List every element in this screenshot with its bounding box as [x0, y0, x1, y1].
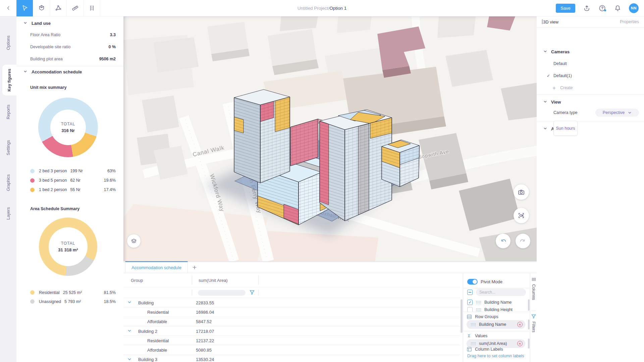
camera-item-default-1[interactable]: ✓ Default(1): [553, 72, 639, 79]
table-row[interactable]: Affordable 5847.52: [123, 317, 460, 326]
chevron-left-icon: [6, 5, 11, 11]
sidebar-item-settings[interactable]: Settings: [0, 136, 16, 160]
view-name-field[interactable]: 3D view: [542, 19, 558, 24]
row-groups-section-header: Row Groups: [467, 313, 527, 320]
scrollbar-thumb[interactable]: [528, 299, 530, 311]
project-title[interactable]: Untitled Project/Option 1: [298, 6, 346, 11]
cursor-icon: [21, 4, 29, 12]
add-tab-button[interactable]: +: [188, 262, 201, 273]
chevron-down-icon[interactable]: [127, 357, 131, 362]
tool-panel-tabs: Columns Filters: [530, 273, 537, 362]
left-nav-rail: Options Key figures Reports Settings Gra…: [0, 16, 16, 362]
table-row[interactable]: Residential 12137.22: [123, 336, 460, 345]
screenshot-button[interactable]: [514, 184, 529, 200]
sidebar-item-layers[interactable]: Layers: [0, 203, 16, 224]
chevron-down-icon[interactable]: [127, 300, 131, 305]
record-frame-icon: [517, 212, 525, 220]
text-cursor: [542, 19, 542, 24]
avatar[interactable]: NN: [629, 3, 639, 13]
drag-grip-icon[interactable]: [476, 308, 481, 311]
help-notification-dot: [604, 9, 606, 11]
undo-icon: [499, 237, 507, 245]
checkbox-unchecked[interactable]: [467, 307, 473, 312]
polyline-icon: [55, 4, 62, 12]
capture-view-button[interactable]: [514, 208, 529, 223]
tab-accommodation-schedule[interactable]: Accommodation schedule: [125, 261, 188, 273]
chevron-down-icon: [543, 100, 547, 105]
row-group-pill-building-name[interactable]: Building Name ✕: [467, 320, 525, 329]
select-tool-button[interactable]: [16, 0, 33, 16]
cube-icon: [38, 4, 45, 12]
divider: [537, 94, 644, 95]
back-button[interactable]: [0, 0, 16, 16]
option-name: Option 1: [329, 6, 346, 11]
legend-item: 3 bed 5 person 62 Nr 19.6%: [30, 176, 116, 185]
drag-grip-icon[interactable]: [476, 301, 481, 304]
sun-hours-button[interactable]: Sun hours: [553, 121, 578, 136]
columns-icon: [532, 277, 536, 282]
scrollbar-thumb[interactable]: [528, 339, 530, 349]
table-row[interactable]: Building 3 13530.24: [123, 355, 460, 362]
pivot-mode-toggle[interactable]: [467, 279, 478, 285]
land-use-section-header[interactable]: Land use: [23, 19, 116, 27]
measure-tool-button[interactable]: [67, 0, 84, 16]
cameras-section-header[interactable]: Cameras: [543, 48, 639, 55]
notifications-button[interactable]: [613, 4, 622, 12]
zone-tool-button[interactable]: [50, 0, 67, 16]
save-button[interactable]: Save: [556, 4, 575, 13]
camera-item-default[interactable]: Default: [553, 60, 639, 67]
undo-button[interactable]: [496, 234, 511, 248]
legend-dot: [30, 299, 35, 304]
create-camera-button[interactable]: + Create: [552, 84, 573, 92]
column-field-list: Building Name Building Height: [463, 299, 529, 312]
sidebar-item-options[interactable]: Options: [0, 29, 16, 56]
checkbox-checked[interactable]: [467, 300, 473, 305]
scrollbar-thumb[interactable]: [528, 319, 530, 329]
top-toolbar: Untitled Project/Option 1 Save NN: [0, 0, 644, 16]
volume-tool-button[interactable]: [33, 0, 50, 16]
column-header-group[interactable]: Group: [131, 273, 143, 287]
column-filter-input[interactable]: [198, 290, 246, 296]
table-row[interactable]: Building 2 17218.07: [123, 326, 460, 336]
unit-mix-title: Unit mix summary: [30, 85, 66, 90]
accommodation-section-header[interactable]: Accomodation schedule: [23, 68, 116, 76]
redo-icon: [519, 237, 527, 245]
camera-type-select[interactable]: Perspective: [595, 109, 639, 117]
filter-funnel-icon[interactable]: [250, 290, 255, 296]
plus-icon: +: [552, 85, 556, 91]
view-section-header[interactable]: View: [543, 98, 639, 106]
tab-columns[interactable]: Columns: [530, 277, 537, 300]
chevron-down-icon[interactable]: [127, 329, 131, 334]
select-all-columns-checkbox[interactable]: [467, 290, 473, 295]
help-button[interactable]: [598, 4, 606, 12]
topbar-actions: Save NN: [556, 3, 644, 13]
sidebar-item-graphics[interactable]: Graphics: [0, 171, 16, 195]
area-schedule-legend: Residential 25 525 m² 81.5% Unassigned 5…: [30, 288, 116, 306]
column-labels-drop-hint[interactable]: Drag here to set column labels: [467, 354, 524, 358]
redo-button[interactable]: [516, 234, 530, 248]
vertical-scrollbar[interactable]: [460, 273, 463, 362]
table-row[interactable]: Building 22833.55: [123, 298, 460, 307]
column-header-sum-unit-area[interactable]: sum(Unit Area): [199, 273, 228, 287]
table-row[interactable]: Residential 16986.04: [123, 307, 460, 317]
chevron-down-icon: [543, 49, 547, 54]
column-search-input[interactable]: [476, 289, 526, 296]
donut-center: TOTAL 316 Nr: [38, 98, 98, 157]
remove-icon[interactable]: ✕: [517, 322, 523, 327]
divider: [16, 66, 123, 66]
legend-dot: [30, 290, 35, 295]
export-button[interactable]: [583, 4, 591, 12]
tool-group: [16, 0, 100, 16]
field-row-building-name[interactable]: Building Name: [463, 299, 529, 306]
column-labels-section-header: Column Labels: [467, 346, 527, 353]
project-name: Untitled Project/: [298, 6, 329, 11]
viewport-3d[interactable]: Canal Walk Green Ferry Way Wickford Way …: [123, 16, 537, 261]
sidebar-item-key-figures[interactable]: Key figures: [2, 65, 16, 96]
field-row-building-height[interactable]: Building Height: [463, 306, 529, 312]
sidebar-item-reports[interactable]: Reports: [0, 100, 16, 124]
map-layers-button[interactable]: [127, 234, 141, 248]
road-tool-button[interactable]: [84, 0, 100, 16]
tab-filters[interactable]: Filters: [530, 314, 537, 333]
table-row[interactable]: Affordable 5080.85: [123, 345, 460, 355]
app: Untitled Project/Option 1 Save NN Option…: [0, 0, 644, 362]
